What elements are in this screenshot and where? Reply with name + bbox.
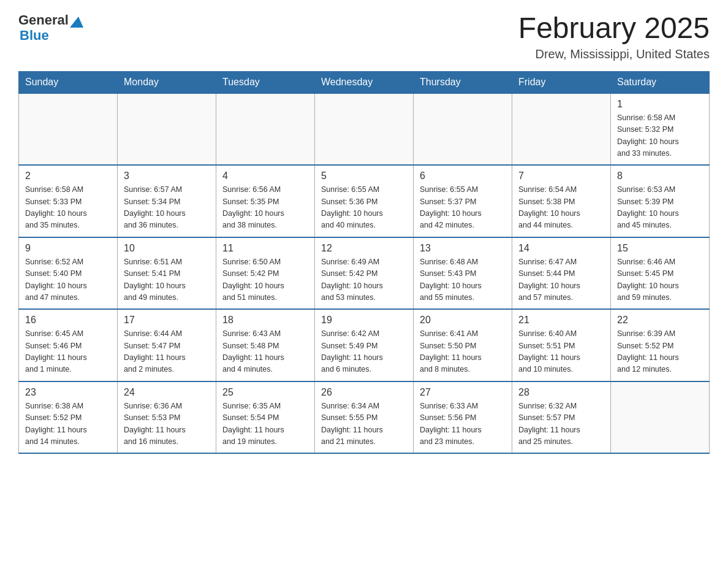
- day-info: Sunrise: 6:38 AMSunset: 5:52 PMDaylight:…: [25, 400, 111, 448]
- day-number: 17: [124, 315, 210, 326]
- day-info: Sunrise: 6:51 AMSunset: 5:41 PMDaylight:…: [124, 256, 210, 304]
- calendar-day-cell: [19, 93, 118, 166]
- calendar-day-cell: [414, 93, 512, 166]
- location: Drew, Mississippi, United States: [518, 47, 710, 61]
- calendar-day-cell: 28Sunrise: 6:32 AMSunset: 5:57 PMDayligh…: [512, 381, 611, 454]
- day-number: 18: [222, 315, 308, 326]
- calendar-header: SundayMondayTuesdayWednesdayThursdayFrid…: [19, 71, 710, 93]
- day-info: Sunrise: 6:34 AMSunset: 5:55 PMDaylight:…: [321, 400, 407, 448]
- calendar-day-cell: [611, 381, 710, 454]
- day-info: Sunrise: 6:53 AMSunset: 5:39 PMDaylight:…: [617, 184, 703, 232]
- day-info: Sunrise: 6:35 AMSunset: 5:54 PMDaylight:…: [222, 400, 308, 448]
- day-number: 20: [420, 315, 506, 326]
- calendar-day-cell: 1Sunrise: 6:58 AMSunset: 5:32 PMDaylight…: [611, 93, 710, 166]
- day-number: 21: [518, 315, 604, 326]
- day-info: Sunrise: 6:39 AMSunset: 5:52 PMDaylight:…: [617, 328, 703, 376]
- day-number: 24: [124, 387, 210, 398]
- day-info: Sunrise: 6:47 AMSunset: 5:44 PMDaylight:…: [518, 256, 604, 304]
- calendar-day-header: Monday: [118, 71, 216, 93]
- calendar-day-header: Sunday: [19, 71, 118, 93]
- calendar-day-header: Wednesday: [315, 71, 414, 93]
- logo-blue: Blue: [20, 28, 83, 43]
- calendar-day-cell: 25Sunrise: 6:35 AMSunset: 5:54 PMDayligh…: [216, 381, 315, 454]
- day-number: 22: [617, 315, 703, 326]
- calendar-week-row: 16Sunrise: 6:45 AMSunset: 5:46 PMDayligh…: [19, 309, 710, 381]
- day-info: Sunrise: 6:56 AMSunset: 5:35 PMDaylight:…: [222, 184, 308, 232]
- day-info: Sunrise: 6:55 AMSunset: 5:36 PMDaylight:…: [321, 184, 407, 232]
- day-number: 9: [25, 243, 111, 254]
- day-number: 19: [321, 315, 407, 326]
- day-info: Sunrise: 6:46 AMSunset: 5:45 PMDaylight:…: [617, 256, 703, 304]
- day-info: Sunrise: 6:50 AMSunset: 5:42 PMDaylight:…: [222, 256, 308, 304]
- day-info: Sunrise: 6:58 AMSunset: 5:33 PMDaylight:…: [25, 184, 111, 232]
- day-number: 15: [617, 243, 703, 254]
- calendar-day-cell: 8Sunrise: 6:53 AMSunset: 5:39 PMDaylight…: [611, 165, 710, 237]
- calendar-day-header: Thursday: [414, 71, 512, 93]
- day-number: 26: [321, 387, 407, 398]
- calendar-day-cell: [118, 93, 216, 166]
- day-info: Sunrise: 6:55 AMSunset: 5:37 PMDaylight:…: [420, 184, 506, 232]
- day-number: 16: [25, 315, 111, 326]
- calendar-day-cell: 24Sunrise: 6:36 AMSunset: 5:53 PMDayligh…: [118, 381, 216, 454]
- day-number: 8: [617, 170, 703, 182]
- calendar-day-cell: [315, 93, 414, 166]
- calendar-day-cell: 9Sunrise: 6:52 AMSunset: 5:40 PMDaylight…: [19, 237, 118, 310]
- calendar-day-cell: 11Sunrise: 6:50 AMSunset: 5:42 PMDayligh…: [216, 237, 315, 310]
- day-info: Sunrise: 6:44 AMSunset: 5:47 PMDaylight:…: [124, 328, 210, 376]
- logo: General Blue: [18, 12, 83, 44]
- day-info: Sunrise: 6:48 AMSunset: 5:43 PMDaylight:…: [420, 256, 506, 304]
- calendar-day-header: Friday: [512, 71, 611, 93]
- calendar-day-header: Saturday: [611, 71, 710, 93]
- svg-marker-0: [70, 17, 83, 28]
- day-info: Sunrise: 6:40 AMSunset: 5:51 PMDaylight:…: [518, 328, 604, 376]
- day-number: 13: [420, 243, 506, 254]
- calendar-day-cell: 3Sunrise: 6:57 AMSunset: 5:34 PMDaylight…: [118, 165, 216, 237]
- day-info: Sunrise: 6:42 AMSunset: 5:49 PMDaylight:…: [321, 328, 407, 376]
- day-number: 14: [518, 243, 604, 254]
- calendar-table: SundayMondayTuesdayWednesdayThursdayFrid…: [18, 71, 710, 454]
- day-number: 25: [222, 387, 308, 398]
- day-number: 10: [124, 243, 210, 254]
- day-number: 5: [321, 170, 407, 182]
- day-info: Sunrise: 6:57 AMSunset: 5:34 PMDaylight:…: [124, 184, 210, 232]
- calendar-day-cell: 10Sunrise: 6:51 AMSunset: 5:41 PMDayligh…: [118, 237, 216, 310]
- calendar-day-cell: 14Sunrise: 6:47 AMSunset: 5:44 PMDayligh…: [512, 237, 611, 310]
- calendar-day-cell: 23Sunrise: 6:38 AMSunset: 5:52 PMDayligh…: [19, 381, 118, 454]
- calendar-day-cell: 20Sunrise: 6:41 AMSunset: 5:50 PMDayligh…: [414, 309, 512, 381]
- day-number: 12: [321, 243, 407, 254]
- calendar-day-cell: 17Sunrise: 6:44 AMSunset: 5:47 PMDayligh…: [118, 309, 216, 381]
- calendar-day-cell: 22Sunrise: 6:39 AMSunset: 5:52 PMDayligh…: [611, 309, 710, 381]
- calendar-day-cell: 27Sunrise: 6:33 AMSunset: 5:56 PMDayligh…: [414, 381, 512, 454]
- calendar-day-cell: [512, 93, 611, 166]
- calendar-day-cell: 6Sunrise: 6:55 AMSunset: 5:37 PMDaylight…: [414, 165, 512, 237]
- day-number: 6: [420, 170, 506, 182]
- calendar-day-cell: 18Sunrise: 6:43 AMSunset: 5:48 PMDayligh…: [216, 309, 315, 381]
- day-number: 7: [518, 170, 604, 182]
- day-number: 1: [617, 99, 703, 110]
- calendar-day-cell: 5Sunrise: 6:55 AMSunset: 5:36 PMDaylight…: [315, 165, 414, 237]
- logo-triangle-icon: [70, 14, 83, 28]
- calendar-day-cell: 12Sunrise: 6:49 AMSunset: 5:42 PMDayligh…: [315, 237, 414, 310]
- day-info: Sunrise: 6:32 AMSunset: 5:57 PMDaylight:…: [518, 400, 604, 448]
- day-info: Sunrise: 6:41 AMSunset: 5:50 PMDaylight:…: [420, 328, 506, 376]
- calendar-day-cell: 4Sunrise: 6:56 AMSunset: 5:35 PMDaylight…: [216, 165, 315, 237]
- day-number: 28: [518, 387, 604, 398]
- day-number: 2: [25, 170, 111, 182]
- day-number: 4: [222, 170, 308, 182]
- calendar-week-row: 2Sunrise: 6:58 AMSunset: 5:33 PMDaylight…: [19, 165, 710, 237]
- title-area: February 2025 Drew, Mississippi, United …: [518, 12, 710, 61]
- day-info: Sunrise: 6:54 AMSunset: 5:38 PMDaylight:…: [518, 184, 604, 232]
- calendar-day-cell: 16Sunrise: 6:45 AMSunset: 5:46 PMDayligh…: [19, 309, 118, 381]
- month-title: February 2025: [518, 12, 710, 45]
- calendar-week-row: 9Sunrise: 6:52 AMSunset: 5:40 PMDaylight…: [19, 237, 710, 310]
- calendar-week-row: 23Sunrise: 6:38 AMSunset: 5:52 PMDayligh…: [19, 381, 710, 454]
- day-number: 23: [25, 387, 111, 398]
- day-info: Sunrise: 6:43 AMSunset: 5:48 PMDaylight:…: [222, 328, 308, 376]
- calendar-day-cell: [216, 93, 315, 166]
- calendar-week-row: 1Sunrise: 6:58 AMSunset: 5:32 PMDaylight…: [19, 93, 710, 166]
- page-header: General Blue February 2025 Drew, Mississ…: [18, 12, 710, 61]
- day-number: 27: [420, 387, 506, 398]
- calendar-day-cell: 21Sunrise: 6:40 AMSunset: 5:51 PMDayligh…: [512, 309, 611, 381]
- day-info: Sunrise: 6:36 AMSunset: 5:53 PMDaylight:…: [124, 400, 210, 448]
- calendar-day-cell: 15Sunrise: 6:46 AMSunset: 5:45 PMDayligh…: [611, 237, 710, 310]
